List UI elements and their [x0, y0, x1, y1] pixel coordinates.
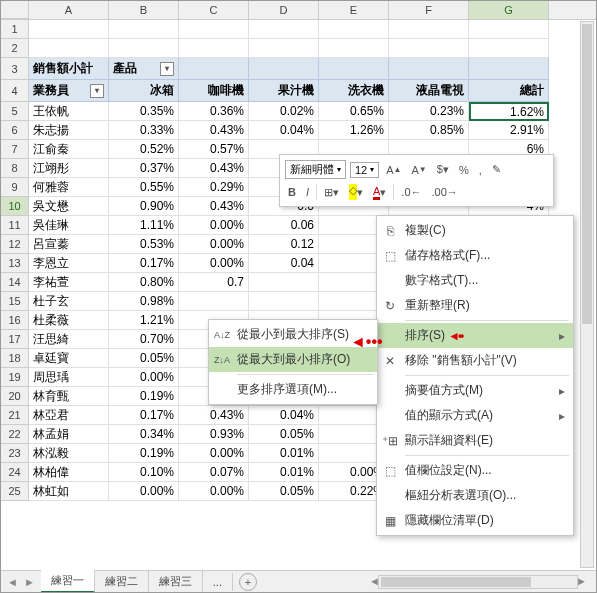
- col-label-total[interactable]: 總計: [469, 80, 549, 102]
- row-header[interactable]: 14: [1, 273, 29, 292]
- value-cell[interactable]: 0.57%: [179, 140, 249, 159]
- name-cell[interactable]: 江俞秦: [29, 140, 109, 159]
- value-cell[interactable]: 0.05%: [249, 425, 319, 444]
- col-header-B[interactable]: B: [109, 1, 179, 19]
- name-cell[interactable]: 林孟娟: [29, 425, 109, 444]
- col-header-D[interactable]: D: [249, 1, 319, 19]
- row-header[interactable]: 13: [1, 254, 29, 273]
- name-cell[interactable]: 何雅蓉: [29, 178, 109, 197]
- name-cell[interactable]: 李恩立: [29, 254, 109, 273]
- row-header-3[interactable]: 3: [1, 58, 29, 80]
- menu-number-format[interactable]: 數字格式(T)...: [377, 268, 573, 293]
- value-cell[interactable]: 0.17%: [109, 406, 179, 425]
- col-header-G[interactable]: G: [469, 1, 549, 19]
- name-cell[interactable]: 吳文懋: [29, 197, 109, 216]
- font-size-select[interactable]: 12▾: [350, 162, 379, 178]
- value-cell[interactable]: 0.12: [249, 235, 319, 254]
- menu-show-as[interactable]: 值的顯示方式(A)▸: [377, 403, 573, 428]
- sheet-nav[interactable]: ◄►: [1, 576, 41, 588]
- value-cell[interactable]: 1.62%: [469, 102, 549, 121]
- value-cell[interactable]: 0.33%: [109, 121, 179, 140]
- value-cell[interactable]: 0.01%: [249, 444, 319, 463]
- value-cell[interactable]: 0.04%: [249, 121, 319, 140]
- value-cell[interactable]: 0.05%: [109, 349, 179, 368]
- value-cell[interactable]: 0.29%: [179, 178, 249, 197]
- row-filter-dropdown[interactable]: ▾: [90, 84, 104, 98]
- value-cell[interactable]: [179, 292, 249, 311]
- sheet-tab-more[interactable]: ...: [203, 573, 233, 591]
- row-header[interactable]: 23: [1, 444, 29, 463]
- value-cell[interactable]: 0.05%: [249, 482, 319, 501]
- sheet-tab-3[interactable]: 練習三: [149, 571, 203, 592]
- font-color-icon[interactable]: A▾: [370, 184, 389, 201]
- italic-button[interactable]: I: [303, 185, 312, 199]
- value-cell[interactable]: 0.43%: [179, 197, 249, 216]
- bold-button[interactable]: B: [285, 185, 299, 199]
- row-header[interactable]: 16: [1, 311, 29, 330]
- decrease-font-icon[interactable]: A▼: [409, 163, 430, 177]
- value-cell[interactable]: 0.35%: [109, 102, 179, 121]
- col-header-C[interactable]: C: [179, 1, 249, 19]
- row-header-1[interactable]: 1: [1, 20, 29, 39]
- value-cell[interactable]: 0.85%: [389, 121, 469, 140]
- row-header[interactable]: 5: [1, 102, 29, 121]
- value-cell[interactable]: 0.52%: [109, 140, 179, 159]
- menu-details[interactable]: ⁺⊞顯示詳細資料(E): [377, 428, 573, 453]
- value-cell[interactable]: 0.70%: [109, 330, 179, 349]
- name-cell[interactable]: 吳佳琳: [29, 216, 109, 235]
- value-cell[interactable]: 0.37%: [109, 159, 179, 178]
- row-header[interactable]: 19: [1, 368, 29, 387]
- name-cell[interactable]: 林育甄: [29, 387, 109, 406]
- name-cell[interactable]: 林亞君: [29, 406, 109, 425]
- menu-summarize[interactable]: 摘要值方式(M)▸: [377, 378, 573, 403]
- row-header[interactable]: 8: [1, 159, 29, 178]
- select-all-corner[interactable]: [1, 1, 29, 19]
- value-cell[interactable]: 0.55%: [109, 178, 179, 197]
- vertical-scrollbar[interactable]: [580, 21, 594, 568]
- name-cell[interactable]: 卓廷寶: [29, 349, 109, 368]
- menu-pivot-options[interactable]: 樞紐分析表選項(O)...: [377, 483, 573, 508]
- col-label-juice[interactable]: 果汁機: [249, 80, 319, 102]
- name-cell[interactable]: 林泓毅: [29, 444, 109, 463]
- comma-icon[interactable]: ,: [476, 163, 485, 177]
- value-cell[interactable]: 0.19%: [109, 444, 179, 463]
- value-cell[interactable]: 0.00%: [109, 368, 179, 387]
- menu-field-settings[interactable]: ⬚值欄位設定(N)...: [377, 458, 573, 483]
- percent-icon[interactable]: %: [456, 163, 472, 177]
- value-cell[interactable]: 0.00%: [179, 216, 249, 235]
- font-select[interactable]: 新細明體▾: [285, 160, 346, 179]
- value-cell[interactable]: 0.34%: [109, 425, 179, 444]
- value-cell[interactable]: 0.93%: [179, 425, 249, 444]
- row-header[interactable]: 9: [1, 178, 29, 197]
- value-cell[interactable]: 1.26%: [319, 121, 389, 140]
- value-cell[interactable]: 0.43%: [179, 406, 249, 425]
- row-header[interactable]: 7: [1, 140, 29, 159]
- submenu-more-sort[interactable]: 更多排序選項(M)...: [209, 377, 377, 402]
- add-sheet-button[interactable]: +: [239, 573, 257, 591]
- name-cell[interactable]: 李祐萱: [29, 273, 109, 292]
- row-header[interactable]: 21: [1, 406, 29, 425]
- sheet-tab-1[interactable]: 練習一: [41, 570, 95, 593]
- name-cell[interactable]: 杜子玄: [29, 292, 109, 311]
- row-header[interactable]: 25: [1, 482, 29, 501]
- value-cell[interactable]: 0.43%: [179, 121, 249, 140]
- value-cell[interactable]: 0.07%: [179, 463, 249, 482]
- value-cell[interactable]: 0.23%: [389, 102, 469, 121]
- currency-icon[interactable]: $▾: [434, 162, 452, 177]
- col-header-E[interactable]: E: [319, 1, 389, 19]
- name-cell[interactable]: 江翊彤: [29, 159, 109, 178]
- row-header-4[interactable]: 4: [1, 80, 29, 102]
- nav-prev-icon[interactable]: ◄: [7, 576, 18, 588]
- value-cell[interactable]: 1.21%: [109, 311, 179, 330]
- value-cell[interactable]: [249, 273, 319, 292]
- row-header[interactable]: 11: [1, 216, 29, 235]
- value-cell[interactable]: 0.36%: [179, 102, 249, 121]
- format-painter-icon[interactable]: ✎: [489, 162, 504, 177]
- row-header[interactable]: 24: [1, 463, 29, 482]
- col-label-washer[interactable]: 洗衣機: [319, 80, 389, 102]
- row-header[interactable]: 10: [1, 197, 29, 216]
- value-cell[interactable]: [249, 292, 319, 311]
- value-cell[interactable]: 0.98%: [109, 292, 179, 311]
- value-cell[interactable]: 0.53%: [109, 235, 179, 254]
- fill-color-icon[interactable]: ◇▾: [346, 183, 366, 201]
